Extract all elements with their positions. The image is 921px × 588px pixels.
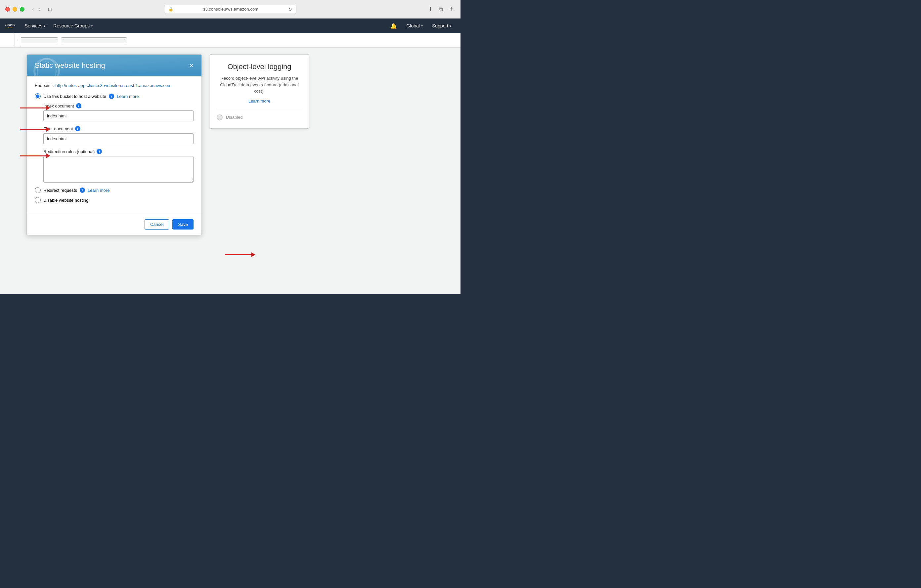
redirect-requests-info-icon[interactable]: i bbox=[80, 187, 85, 193]
window-actions: ⬆ ⧉ + bbox=[426, 5, 455, 13]
host-website-info-icon[interactable]: i bbox=[109, 94, 114, 99]
object-level-logging-card: Object-level logging Record object-level… bbox=[210, 54, 309, 128]
tab-item-1[interactable] bbox=[18, 37, 58, 43]
new-tab-icon[interactable]: ⧉ bbox=[437, 5, 444, 13]
index-document-input[interactable] bbox=[43, 110, 194, 121]
logging-disabled-label: Disabled bbox=[226, 115, 243, 120]
redirection-rules-info-icon[interactable]: i bbox=[97, 149, 102, 154]
modal-title: Static website hosting bbox=[35, 61, 105, 70]
traffic-lights bbox=[5, 7, 24, 11]
endpoint-url-link[interactable]: http://notes-app-client.s3-website-us-ea… bbox=[55, 83, 171, 88]
main-content: Static website hosting × Endpoint : http… bbox=[0, 48, 460, 294]
global-chevron-icon: ▾ bbox=[421, 24, 423, 28]
support-chevron-icon: ▾ bbox=[449, 24, 451, 28]
redirection-rules-label: Redirection rules (optional) bbox=[43, 149, 94, 154]
aws-nav: aws ~~~ Services ▾ Resource Groups ▾ 🔔 G… bbox=[0, 18, 460, 33]
redirection-rules-label-row: Redirection rules (optional) i bbox=[43, 149, 194, 154]
url-text: s3.console.aws.amazon.com bbox=[176, 6, 285, 11]
reload-button[interactable]: ↻ bbox=[288, 6, 292, 12]
logging-title: Object-level logging bbox=[217, 62, 302, 71]
logging-learn-more-link[interactable]: Learn more bbox=[217, 99, 302, 104]
services-label: Services bbox=[25, 23, 43, 28]
resource-groups-label: Resource Groups bbox=[53, 23, 89, 28]
redirect-requests-radio[interactable] bbox=[35, 187, 41, 193]
logging-disabled-row: Disabled bbox=[217, 114, 302, 120]
static-website-hosting-modal: Static website hosting × Endpoint : http… bbox=[26, 54, 202, 235]
error-document-input[interactable] bbox=[43, 133, 194, 144]
redirect-requests-option: Redirect requests i Learn more bbox=[35, 187, 194, 193]
save-button[interactable]: Save bbox=[172, 219, 194, 229]
error-document-label-row: Error document i bbox=[43, 126, 194, 131]
index-document-label-row: Index document i bbox=[43, 103, 194, 109]
error-document-info-icon[interactable]: i bbox=[75, 126, 80, 131]
maximize-button[interactable] bbox=[20, 7, 24, 11]
close-button[interactable] bbox=[5, 7, 10, 11]
modal-overlay: Static website hosting × Endpoint : http… bbox=[0, 48, 460, 294]
tab-items bbox=[18, 37, 129, 43]
host-website-radio[interactable] bbox=[35, 93, 41, 99]
redirect-requests-learn-more-link[interactable]: Learn more bbox=[88, 188, 109, 193]
resource-groups-nav-item[interactable]: Resource Groups ▾ bbox=[49, 18, 97, 33]
host-website-learn-more-link[interactable]: Learn more bbox=[117, 94, 138, 99]
logging-disabled-radio[interactable] bbox=[217, 114, 223, 120]
global-label: Global bbox=[406, 23, 420, 28]
arrow-3 bbox=[20, 153, 50, 158]
mac-window-chrome: ‹ › ⊡ 🔒 s3.console.aws.amazon.com ↻ ⬆ ⧉ … bbox=[0, 0, 460, 18]
logging-description: Record object-level API activity using t… bbox=[217, 75, 302, 94]
tab-item-2[interactable] bbox=[61, 37, 127, 43]
host-website-label: Use this bucket to host a website bbox=[43, 94, 106, 99]
resource-groups-chevron-icon: ▾ bbox=[91, 24, 93, 28]
modal-close-button[interactable]: × bbox=[190, 62, 194, 70]
sidebar-toggle-button[interactable]: › bbox=[15, 34, 21, 47]
support-label: Support bbox=[432, 23, 448, 28]
back-button[interactable]: ‹ bbox=[30, 6, 36, 13]
share-button[interactable]: ⬆ bbox=[426, 5, 434, 13]
add-tab-button[interactable]: + bbox=[447, 5, 455, 13]
nav-right: 🔔 Global ▾ Support ▾ bbox=[386, 18, 455, 33]
minimize-button[interactable] bbox=[13, 7, 17, 11]
modal-body: Endpoint : http://notes-app-client.s3-we… bbox=[27, 76, 202, 214]
redirect-requests-label: Redirect requests bbox=[43, 188, 77, 193]
services-nav-item[interactable]: Services ▾ bbox=[21, 18, 50, 33]
support-nav-item[interactable]: Support ▾ bbox=[428, 18, 455, 33]
cancel-button[interactable]: Cancel bbox=[145, 219, 169, 229]
tab-bar: › bbox=[0, 33, 460, 48]
host-website-option: Use this bucket to host a website i Lear… bbox=[35, 93, 194, 99]
disable-hosting-label: Disable website hosting bbox=[43, 198, 89, 203]
modal-header: Static website hosting × bbox=[27, 55, 202, 76]
browser-nav-arrows: ‹ › bbox=[30, 6, 43, 13]
aws-smile-icon: ~~~ bbox=[8, 26, 13, 29]
endpoint-row: Endpoint : http://notes-app-client.s3-we… bbox=[35, 83, 194, 88]
tab-view-button[interactable]: ⊡ bbox=[45, 5, 55, 13]
arrow-1 bbox=[20, 106, 50, 110]
services-chevron-icon: ▾ bbox=[44, 24, 45, 28]
disable-hosting-option: Disable website hosting bbox=[35, 197, 194, 203]
forward-button[interactable]: › bbox=[37, 6, 42, 13]
disable-hosting-radio[interactable] bbox=[35, 197, 41, 203]
lock-icon: 🔒 bbox=[168, 7, 173, 11]
arrow-4 bbox=[225, 252, 255, 257]
address-bar[interactable]: 🔒 s3.console.aws.amazon.com ↻ bbox=[164, 5, 296, 14]
modal-footer: Cancel Save bbox=[27, 214, 202, 235]
index-document-info-icon[interactable]: i bbox=[76, 103, 81, 109]
redirection-rules-textarea[interactable] bbox=[43, 156, 194, 182]
global-nav-item[interactable]: Global ▾ bbox=[402, 18, 426, 33]
aws-logo: aws ~~~ bbox=[5, 22, 16, 29]
notification-bell-icon[interactable]: 🔔 bbox=[386, 23, 401, 29]
arrow-2 bbox=[20, 127, 50, 132]
